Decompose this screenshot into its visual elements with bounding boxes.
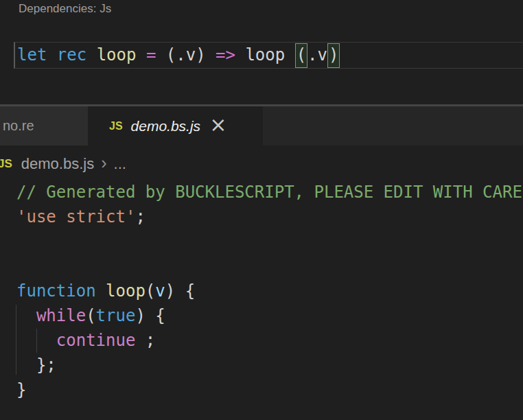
code-token: function [16,281,96,301]
code-line [16,229,523,254]
code-editor[interactable]: // Generated by BUCKLESCRIPT, PLEASE EDI… [16,180,523,420]
code-line: 'use strict'; [16,205,523,229]
code-token: v [155,281,165,301]
code-token: loop [106,281,146,301]
breadcrumb-file[interactable]: demo.bs.js [21,155,94,173]
dependencies-label: Dependencies: Js [19,2,111,16]
code-line: continue ; [16,328,523,353]
code-token [47,45,56,65]
code-line: while(true) { [16,303,523,328]
code-token: => [216,45,235,65]
code-token: .v [307,45,327,65]
breadcrumb: JS demo.bs.js › ... [0,145,523,183]
tab-demo-bs-js[interactable]: JS demo.bs.js × [88,106,263,145]
code-token [16,306,36,325]
code-token [206,45,216,65]
close-icon[interactable]: × [209,115,226,135]
code-line: }; [16,353,523,377]
bracket-match-highlight: ) [327,43,340,68]
code-token: } [16,380,26,399]
code-token: true [96,306,136,325]
js-file-icon: JS [109,120,123,132]
code-line: function loop(v) { [16,279,523,303]
code-token: ( [146,281,155,301]
code-line [16,254,523,279]
code-token: loop [97,45,137,65]
code-line: } [16,377,523,402]
code-token [96,281,106,301]
indent-guide [36,329,37,353]
code-token: let [17,45,47,65]
code-token [285,45,294,65]
code-token [136,45,146,65]
code-token: ; [135,331,155,350]
code-token: continue [56,331,136,350]
breadcrumb-symbol-ellipsis[interactable]: ... [114,155,126,173]
code-token: rec [57,45,86,65]
top-code-line[interactable]: let rec loop = (.v) => loop (.v) [14,42,523,69]
tab-label: no.re [3,118,34,134]
js-file-icon: JS [0,157,12,171]
code-token [156,45,165,65]
code-token [86,45,96,65]
tab-label: demo.bs.js [131,118,201,135]
code-token: = [146,45,156,65]
code-token: ) { [135,306,165,325]
code-token: // Generated by BUCKLESCRIPT, PLEASE EDI… [16,183,522,202]
tab-no-re[interactable]: no.re [0,106,88,145]
code-token: 'use strict' [16,207,135,226]
code-token [235,45,245,65]
chevron-right-icon: › [101,153,106,173]
tab-bar: no.re JS demo.bs.js × [0,106,523,145]
code-token: ( [86,306,95,325]
code-token: ; [135,207,145,226]
vscode-window: Dependencies: Js let rec loop = (.v) => … [0,0,523,420]
code-token: loop [245,45,285,65]
code-token: while [36,306,86,325]
code-token: }; [16,355,56,375]
indent-guide [16,305,16,375]
bracket-match-highlight: ( [295,43,307,68]
code-line: // Generated by BUCKLESCRIPT, PLEASE EDI… [16,180,523,205]
code-token: (.v) [166,45,206,65]
code-token: ) { [165,281,195,301]
